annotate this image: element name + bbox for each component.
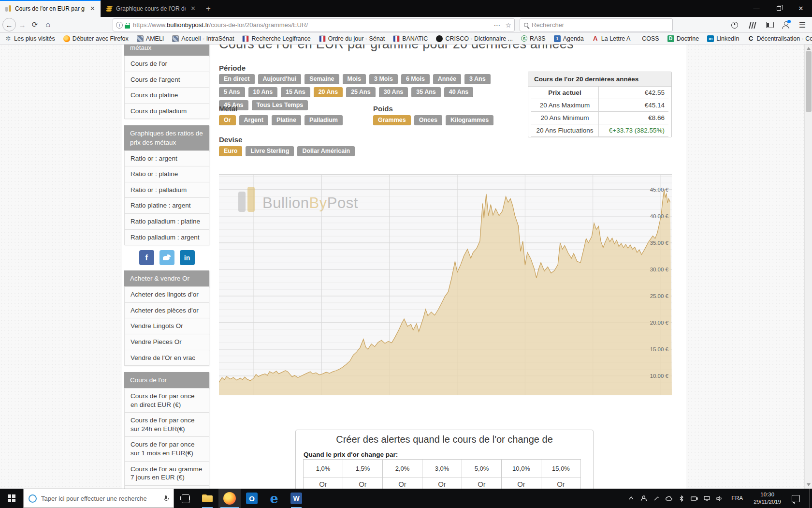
page-actions-icon[interactable]: ⋯: [493, 21, 500, 29]
periode-option-button[interactable]: Tous Les Temps: [252, 100, 308, 110]
scrollbar-thumb[interactable]: [806, 51, 812, 112]
language-indicator[interactable]: FRA: [725, 495, 749, 502]
back-button[interactable]: ←: [2, 18, 16, 31]
vertical-scrollbar[interactable]: [804, 45, 812, 489]
sidebar-item[interactable]: Ratio or : argent: [124, 150, 209, 167]
periode-option-button[interactable]: Année: [433, 74, 461, 84]
facebook-icon[interactable]: f: [139, 250, 154, 265]
home-button[interactable]: ⌂: [41, 20, 55, 29]
periode-option-button[interactable]: 3 Ans: [464, 74, 491, 84]
battery-icon[interactable]: [688, 489, 700, 508]
tab-gold-chart[interactable]: Graphique cours de l'OR depuis ✕: [101, 0, 201, 17]
word-button[interactable]: W: [285, 489, 307, 508]
onedrive-cloud-icon[interactable]: [663, 489, 675, 508]
twitter-icon[interactable]: [160, 250, 174, 265]
microphone-icon[interactable]: [164, 495, 168, 501]
close-tab-icon[interactable]: ✕: [189, 5, 197, 12]
periode-option-button[interactable]: 5 Ans: [219, 87, 245, 97]
bookmark-item[interactable]: D Doctrine: [667, 35, 699, 42]
periode-option-button[interactable]: Mois: [343, 74, 366, 84]
alert-metal-cell[interactable]: Or: [541, 478, 581, 489]
account-icon[interactable]: [778, 17, 793, 33]
bookmark-item[interactable]: CRISCO - Dictionnaire ...: [436, 35, 513, 42]
sidebar-item[interactable]: Cours de l'or par once 7 jours en EUR (€…: [124, 485, 209, 489]
task-view-button[interactable]: [174, 489, 196, 508]
alert-metal-cell[interactable]: Or: [303, 478, 343, 489]
periode-option-button[interactable]: Aujourd'hui: [258, 74, 302, 84]
people-icon[interactable]: [638, 489, 650, 508]
bookmark-item[interactable]: BANATIC: [393, 35, 428, 42]
sidebar-item[interactable]: Cours du platine: [124, 87, 209, 104]
periode-option-button[interactable]: Semaine: [304, 74, 339, 84]
bookmark-item[interactable]: Recherche Legifrance: [242, 35, 310, 42]
sidebar-item[interactable]: Acheter des pièces d'or: [124, 302, 209, 319]
alert-percentage-cell[interactable]: 5,0%: [462, 459, 502, 478]
bookmark-star-icon[interactable]: ☆: [505, 21, 511, 29]
close-button[interactable]: ✕: [790, 0, 812, 17]
devise-option-button[interactable]: Dollar Américain: [297, 146, 355, 156]
alert-percentage-cell[interactable]: 1,5%: [343, 459, 383, 478]
menu-hamburger-icon[interactable]: ☰: [795, 17, 810, 33]
sidebar-item[interactable]: Acheter des lingots d'or: [124, 286, 209, 303]
close-tab-icon[interactable]: ✕: [88, 5, 97, 12]
gold-price-chart[interactable]: 45.00 €40.00 €35.00 €30.00 €25.00 €20.00…: [219, 174, 672, 395]
metal-option-button[interactable]: Palladium: [304, 115, 343, 125]
poids-option-button[interactable]: Kilogrammes: [446, 115, 493, 125]
show-desktop-button[interactable]: [809, 489, 812, 508]
periode-option-button[interactable]: 15 Ans: [281, 87, 310, 97]
bookmark-item[interactable]: S RA3S: [521, 35, 546, 42]
search-bar[interactable]: Rechercher: [520, 18, 673, 31]
alert-percentage-cell[interactable]: 10,0%: [501, 459, 541, 478]
metal-option-button[interactable]: Or: [219, 115, 236, 125]
taskbar-search-box[interactable]: Taper ici pour effectuer une recherche: [23, 489, 174, 508]
periode-option-button[interactable]: 35 Ans: [411, 87, 441, 97]
file-explorer-button[interactable]: [196, 489, 218, 508]
alert-metal-cell[interactable]: Or: [422, 478, 462, 489]
minimize-button[interactable]: —: [745, 0, 768, 17]
periode-option-button[interactable]: 25 Ans: [346, 87, 376, 97]
scroll-up-icon[interactable]: [807, 47, 811, 50]
bookmark-item[interactable]: COSS: [638, 35, 659, 42]
forward-button[interactable]: →: [16, 21, 29, 29]
poids-option-button[interactable]: Onces: [414, 115, 442, 125]
sidebar-toggle-icon[interactable]: [763, 17, 777, 33]
page-info-icon[interactable]: i: [116, 22, 123, 29]
periode-option-button[interactable]: 6 Mois: [401, 74, 430, 84]
sidebar-item[interactable]: Vendre de l'Or en vrac: [124, 350, 209, 366]
alert-percentage-cell[interactable]: 3,0%: [422, 459, 462, 478]
alert-metal-cell[interactable]: Or: [382, 478, 422, 489]
reload-button[interactable]: ⟳: [29, 20, 41, 29]
tab-gold-price[interactable]: Cours de l'or en EUR par gramm ✕: [0, 0, 101, 17]
sidebar-item[interactable]: Ratio palladium : platine: [124, 213, 209, 230]
periode-option-button[interactable]: 30 Ans: [379, 87, 408, 97]
sidebar-item[interactable]: Cours de l'argent: [124, 72, 209, 88]
sidebar-item[interactable]: Cours de l'or au gramme 7 jours en EUR (…: [124, 461, 209, 486]
sidebar-item[interactable]: Cours du palladium: [124, 103, 209, 120]
sidebar-item[interactable]: Ratio palladium : argent: [124, 229, 209, 246]
periode-option-button[interactable]: 20 Ans: [314, 87, 343, 97]
scroll-down-icon[interactable]: [807, 483, 811, 486]
bookmark-item[interactable]: A La Lettre A: [592, 35, 630, 42]
sidebar-item[interactable]: Vendre Pieces Or: [124, 334, 209, 350]
action-center-button[interactable]: [786, 489, 805, 508]
alert-percentage-cell[interactable]: 15,0%: [541, 459, 581, 478]
sidebar-item[interactable]: Ratio or : palladium: [124, 182, 209, 198]
taskbar-clock[interactable]: 10:30 29/11/2019: [749, 491, 786, 506]
url-bar[interactable]: i https://www.bullionbypost.fr/cours-de-…: [113, 18, 515, 31]
history-icon[interactable]: [727, 17, 742, 33]
restore-button[interactable]: [768, 0, 790, 17]
pen-icon[interactable]: [650, 489, 663, 508]
sidebar-item[interactable]: Cours de l'or: [124, 56, 209, 72]
outlook-button[interactable]: O: [241, 489, 263, 508]
bookmark-item[interactable]: Ordre du jour - Sénat: [319, 35, 385, 42]
start-button[interactable]: [0, 489, 23, 508]
https-lock-icon[interactable]: [125, 23, 130, 29]
bookmark-item[interactable]: C Décentralisation - Con...: [747, 35, 812, 42]
periode-option-button[interactable]: 40 Ans: [444, 87, 474, 97]
edge-button[interactable]: e: [263, 489, 285, 508]
periode-option-button[interactable]: 3 Mois: [369, 74, 398, 84]
new-tab-button[interactable]: +: [201, 0, 216, 17]
sidebar-item[interactable]: Cours de l'or par once en direct EUR (€): [124, 388, 209, 413]
alert-percentage-cell[interactable]: 1,0%: [303, 459, 343, 478]
alert-metal-cell[interactable]: Or: [501, 478, 541, 489]
